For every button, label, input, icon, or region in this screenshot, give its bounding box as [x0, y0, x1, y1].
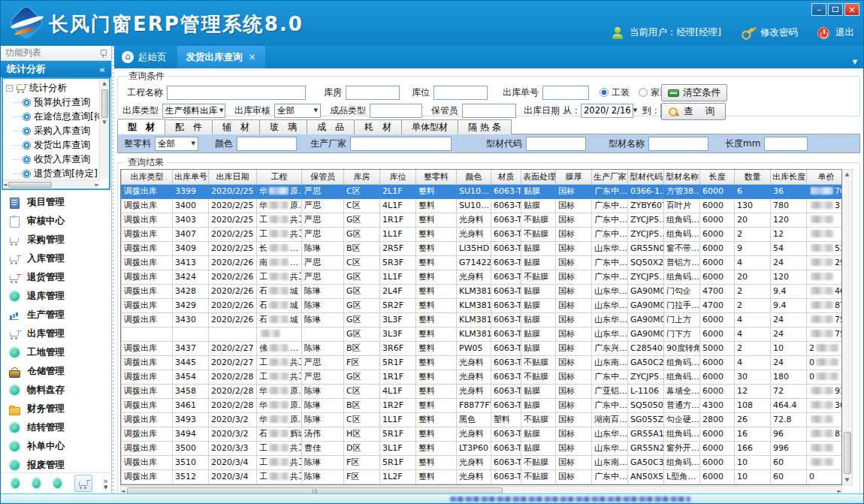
sidebar-item-basket[interactable]: 仓储管理: [1, 362, 111, 381]
manufacturer-input[interactable]: [350, 137, 452, 151]
table-vertical-scrollbar[interactable]: ▲ ▼: [842, 169, 853, 485]
minimize-button[interactable]: –: [811, 3, 826, 16]
column-header[interactable]: 出库单号: [173, 170, 209, 184]
column-header[interactable]: 型材名称: [664, 170, 700, 184]
material-tab[interactable]: 隔 热 条: [458, 119, 512, 134]
column-header[interactable]: 数量: [735, 170, 771, 184]
tree-vertical-scrollbar[interactable]: ▲ ▼: [99, 79, 109, 180]
column-header[interactable]: 颜色: [457, 170, 491, 184]
collapse-icon[interactable]: «: [99, 64, 105, 75]
sidebar-item-clipboard[interactable]: 审核中心: [1, 212, 111, 231]
column-header[interactable]: 膜厚: [556, 170, 592, 184]
sidebar-item-folder[interactable]: 财务管理: [1, 400, 111, 418]
sidebar-item-cart-in[interactable]: 入库管理: [1, 249, 111, 268]
clear-conditions-button[interactable]: 清空条件: [661, 84, 727, 101]
tab-home[interactable]: ⌂ 起始页: [114, 46, 177, 68]
sidebar-item-dot[interactable]: 结转管理: [1, 418, 111, 437]
table-row[interactable]: 调拨出库35102020/3/4工共工程陈琳F区5R1F整料光身料6063-T5…: [122, 455, 843, 469]
table-row[interactable]: 调拨出库34092020/2/25长…陈琳B区2R5F整料LI35HD6063-…: [122, 241, 843, 255]
scroll-right-icon[interactable]: ►: [95, 180, 99, 189]
scroll-thumb[interactable]: [8, 182, 52, 188]
material-tab[interactable]: 配 件: [165, 119, 213, 134]
material-tab[interactable]: 玻 璃: [259, 119, 307, 134]
whole-piece-select[interactable]: 全部▼: [155, 137, 198, 151]
column-header[interactable]: 保管员: [302, 170, 344, 184]
order-no-input[interactable]: [542, 86, 589, 100]
keeper-input[interactable]: [462, 104, 516, 118]
tree-horizontal-scrollbar[interactable]: ◄ ►: [3, 180, 99, 189]
column-header[interactable]: 型材代码: [628, 170, 664, 184]
material-tab[interactable]: 型 材: [117, 119, 165, 134]
column-header[interactable]: 出库日期: [209, 170, 257, 184]
scroll-thumb[interactable]: [844, 432, 851, 474]
table-row[interactable]: 调拨出库34292020/2/26石城陈琳G区5R2F整料KLM38176063…: [122, 298, 843, 312]
radio-gongzhuang-label[interactable]: 工装: [612, 86, 630, 99]
column-header[interactable]: 长度: [700, 170, 735, 184]
tab-shipment-query[interactable]: 发货出库查询 ×: [177, 46, 265, 68]
column-header[interactable]: 出库长度: [771, 170, 807, 184]
table-horizontal-scrollbar[interactable]: ◄ ►: [120, 486, 842, 494]
column-header[interactable]: 出库类型: [122, 170, 173, 184]
material-tab[interactable]: 单体型材: [401, 119, 458, 134]
material-tab[interactable]: 耗 材: [354, 119, 402, 134]
scroll-down-icon[interactable]: ▼: [845, 475, 849, 484]
toolbar-dot-icon[interactable]: [53, 478, 62, 488]
length-input[interactable]: [764, 137, 808, 151]
table-row[interactable]: 调拨出库34542020/2/28工共工程严思G区1R1F整料光身料6063-T…: [122, 370, 843, 384]
column-header[interactable]: 库位: [380, 170, 416, 184]
toolbar-cart-button[interactable]: [74, 475, 92, 492]
sidebar-item-book[interactable]: 项目管理: [1, 193, 111, 212]
table-row[interactable]: 调拨出库34372020/2/27佛…陈琳B区3R6F整料PW056063-T5…: [122, 341, 843, 355]
column-header[interactable]: 工程: [257, 170, 302, 184]
tree-item[interactable]: 预算执行查询: [14, 95, 99, 110]
table-row[interactable]: 调拨出库34282020/2/26石城陈琳G区2L4F整料KLM38176063…: [122, 284, 843, 298]
table-row[interactable]: 调拨出库34072020/2/25工共工程严思G区1L1F整料光身料6063-T…: [122, 227, 843, 241]
column-header[interactable]: 材质: [491, 170, 521, 184]
material-tab[interactable]: 辅 材: [212, 119, 260, 134]
scroll-up-icon[interactable]: ▲: [845, 170, 849, 179]
column-header[interactable]: 整零料: [416, 170, 457, 184]
project-name-input[interactable]: [167, 86, 306, 100]
color-input[interactable]: [237, 137, 297, 151]
search-button[interactable]: 查 询: [661, 103, 726, 120]
table-row[interactable]: 调拨出库35002020/3/3工共工程曹佳D区3L1F整料LT3P606063…: [122, 441, 843, 455]
out-type-select[interactable]: 生产领料出库▼: [162, 104, 225, 118]
date-from-select[interactable]: 2020/ 2/16▼: [581, 104, 633, 118]
table-row[interactable]: 调拨出库34302020/2/26石城陈琳G区3L3F整料KLM38176063…: [122, 312, 843, 327]
table-row[interactable]: 调拨出库34032020/2/25工共工程严思G区1R1F整料光身料6063-T…: [122, 213, 843, 227]
sidebar-item-dot[interactable]: 补单中心: [1, 437, 111, 456]
sidebar-item-dot[interactable]: 物料盘存: [1, 381, 111, 400]
change-password-link[interactable]: 修改密码: [760, 26, 798, 39]
tree-item[interactable]: 采购入库查询: [14, 124, 99, 138]
scroll-thumb[interactable]: [101, 89, 108, 118]
tab-close-icon[interactable]: ×: [249, 52, 256, 62]
table-row[interactable]: 调拨出库33992020/2/25华原…严思C区2L1F整料SU10…6063-…: [122, 184, 843, 198]
tree-item[interactable]: 收货入库查询: [14, 152, 99, 167]
column-header[interactable]: 表面处理: [521, 170, 556, 184]
table-row[interactable]: 调拨出库34932020/3/2华原…陈琳C区1L1F整料黑色塑料不贴膜国标湖南…: [122, 412, 843, 427]
warehouse-input[interactable]: [346, 86, 400, 100]
scroll-left-icon[interactable]: ◄: [3, 180, 7, 189]
section-header-statistics[interactable]: 统计分析 «: [1, 61, 111, 77]
toolbar-dot-icon[interactable]: [11, 478, 20, 488]
scroll-up-icon[interactable]: ▲: [102, 79, 106, 88]
pin-icon[interactable]: [99, 49, 107, 58]
column-header[interactable]: 库房: [344, 170, 380, 184]
table-row[interactable]: 调拨出库34242020/2/26工共工程严思G区1L1F整料光身料6063-T…: [122, 270, 843, 284]
table-row[interactable]: 调拨出库34132020/2/26南…严思C区5R3F整料G714226063-…: [122, 255, 843, 270]
column-header[interactable]: 单价: [807, 170, 843, 184]
sidebar-item-dot[interactable]: 报废管理: [1, 456, 111, 472]
column-header[interactable]: 生产厂家: [592, 170, 628, 184]
toolbar-dot-icon[interactable]: [32, 478, 41, 488]
table-row[interactable]: 调拨出库34582020/2/28华原…陈琳C区4L1F整料光身料6063-T5…: [122, 384, 843, 398]
tree-item[interactable]: 在途信息查询[待: [14, 110, 99, 124]
sidebar-item-dot[interactable]: 工地管理: [1, 343, 111, 362]
tree-item[interactable]: 退货查询[待定]: [14, 167, 99, 180]
product-type-input[interactable]: [370, 104, 422, 118]
tab-overflow-icon[interactable]: ▼: [853, 59, 857, 65]
scroll-left-icon[interactable]: ◄: [121, 487, 125, 494]
expand-chevron[interactable]: »▼: [103, 477, 108, 490]
sidebar-item-cart-return[interactable]: 退货管理: [1, 268, 111, 287]
table-row[interactable]: G区3L3F整料KLM38176063-T5贴膜国标山东华…GA90M09.门下…: [122, 327, 843, 341]
material-tab[interactable]: 成 品: [307, 119, 355, 134]
